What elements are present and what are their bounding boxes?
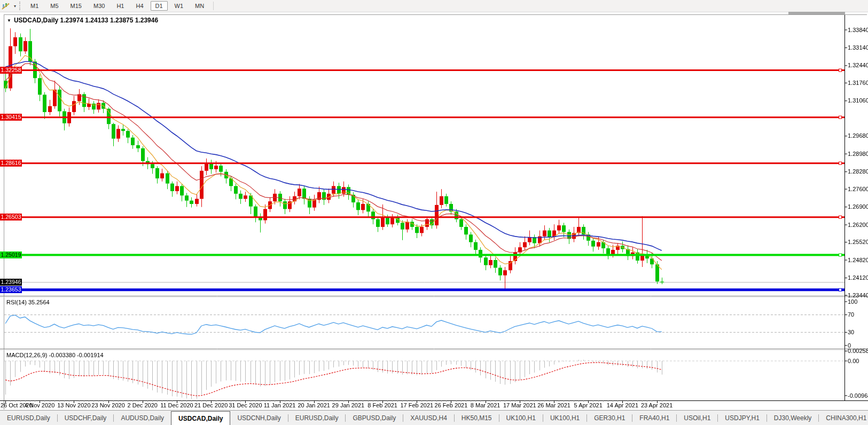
- date-axis-label: 2 Dec 2020: [128, 402, 158, 408]
- tabs-host: EURUSD,DailyUSDCHF,DailyAUDUSD,DailyUSDC…: [0, 411, 868, 425]
- price-axis-tick: 1.24120: [848, 274, 868, 281]
- timeframe-button-mn[interactable]: MN: [190, 1, 209, 11]
- symbol-tab-uk100-h1[interactable]: UK100,H1: [543, 411, 587, 425]
- rsi-axis-tick: 100: [848, 298, 857, 305]
- symbol-tab-usdchf-daily[interactable]: USDCHF,Daily: [58, 411, 114, 425]
- timeframe-button-h1[interactable]: H1: [112, 1, 129, 11]
- chart-mode-icon[interactable]: [2, 2, 10, 10]
- symbol-tab-dj30-weekly[interactable]: DJ30,Weekly: [767, 411, 818, 425]
- mt4-window: ▾ M1M5M15M30H1H4D1W1MN ▼USDCAD,Daily 1.2…: [0, 0, 868, 425]
- price-level-badge: 1.23653: [0, 286, 22, 293]
- price-axis-tick: 1.32440: [848, 62, 868, 68]
- chart-canvas[interactable]: [0, 0, 868, 425]
- symbol-tab-audusd-daily[interactable]: AUDUSD,Daily: [114, 411, 171, 425]
- date-axis-label: 11 Dec 2020: [160, 402, 193, 408]
- chart-title: ▼USDCAD,Daily 1.23974 1.24133 1.23875 1.…: [7, 17, 158, 24]
- date-axis-label: 26 Mar 2021: [537, 402, 570, 408]
- macd-indicator-label: MACD(12,26,9) -0.003380 -0.001914: [6, 352, 104, 358]
- macd-axis-tick: 0.00258: [848, 348, 868, 354]
- price-axis-tick: 1.23440: [848, 292, 868, 298]
- toolbar-separator: [213, 2, 214, 10]
- timeframe-button-m5[interactable]: M5: [45, 1, 63, 11]
- symbol-tab-usdcad-daily[interactable]: USDCAD,Daily: [171, 411, 230, 425]
- price-axis-tick: 1.27600: [848, 186, 868, 192]
- price-level-badge: 1.26503: [0, 214, 22, 221]
- timeframe-button-d1[interactable]: D1: [151, 1, 168, 11]
- price-level-badge: 1.30415: [0, 114, 22, 121]
- chart-title-text: USDCAD,Daily 1.23974 1.24133 1.23875 1.2…: [14, 17, 158, 24]
- date-axis-label: 29 Jan 2021: [332, 402, 365, 408]
- timeframe-button-m15[interactable]: M15: [66, 1, 87, 11]
- price-axis-tick: 1.28980: [848, 151, 868, 157]
- date-axis-label: 14 Apr 2021: [607, 402, 638, 408]
- symbol-tab-ger30-h1[interactable]: GER30,H1: [587, 411, 632, 425]
- rsi-axis-tick: 30: [848, 329, 854, 335]
- current-price-badge: 1.23946: [0, 279, 22, 286]
- rsi-axis-tick: 70: [848, 311, 854, 318]
- rsi-indicator-label: RSI(14) 35.2564: [6, 299, 50, 305]
- symbol-tab-usoil-h1[interactable]: USOil,H1: [677, 411, 717, 425]
- symbol-tab-gbpusd-daily[interactable]: GBPUSD,Daily: [346, 411, 403, 425]
- date-axis-label: 20 Jan 2021: [298, 402, 330, 408]
- price-axis-tick: 1.26200: [848, 222, 868, 228]
- symbol-tab-hk50-m15[interactable]: HK50,M15: [455, 411, 499, 425]
- date-axis-label: 5 Apr 2021: [574, 402, 603, 408]
- chevron-down-icon[interactable]: ▾: [14, 4, 16, 9]
- date-axis-label: 31 Dec 2020: [229, 402, 262, 408]
- timeframe-button-m1[interactable]: M1: [26, 1, 43, 11]
- date-axis-label: 8 Feb 2021: [367, 402, 397, 408]
- date-axis-label: 17 Feb 2021: [400, 402, 433, 408]
- timeframe-button-row: M1M5M15M30H1H4D1W1MN: [25, 1, 210, 11]
- price-level-badge: 1.32258: [0, 67, 22, 74]
- date-axis-label: 17 Mar 2021: [503, 402, 536, 408]
- top-toolbar: ▾ M1M5M15M30H1H4D1W1MN: [0, 0, 868, 12]
- price-axis-tick: 1.31060: [848, 97, 868, 104]
- price-axis-tick: 1.29680: [848, 132, 868, 139]
- symbol-tab-xauusd-h4[interactable]: XAUUSD,H4: [403, 411, 454, 425]
- symbol-tab-china300-h1[interactable]: CHINA300,H1: [819, 411, 868, 425]
- symbol-tab-uk100-h1[interactable]: UK100,H1: [499, 411, 543, 425]
- price-axis-tick: 1.33140: [848, 44, 868, 51]
- price-axis-tick: 1.26900: [848, 203, 868, 210]
- timeframe-button-h4[interactable]: H4: [131, 1, 148, 11]
- date-axis-label: 13 Nov 2020: [57, 402, 90, 408]
- date-axis-label: 11 Jan 2021: [264, 402, 296, 408]
- toolbar-grip-handle[interactable]: [19, 2, 20, 10]
- symbol-tab-eurusd-daily[interactable]: EURUSD,Daily: [288, 411, 346, 425]
- symbol-tab-usdcnh-daily[interactable]: USDCNH,Daily: [230, 411, 287, 425]
- date-axis-label: 4 Nov 2020: [25, 402, 54, 408]
- collapse-triangle-icon[interactable]: ▼: [7, 18, 11, 23]
- macd-axis-tick: -0.009687: [848, 392, 868, 399]
- date-axis-label: 8 Mar 2021: [471, 402, 501, 408]
- price-axis-tick: 1.33840: [848, 27, 868, 33]
- price-axis-tick: 1.25520: [848, 239, 868, 245]
- price-axis-tick: 1.24820: [848, 257, 868, 263]
- date-axis-label: 21 Dec 2020: [194, 402, 228, 408]
- macd-axis-tick: 0.00: [848, 358, 859, 364]
- price-axis-tick: 1.31760: [848, 80, 868, 86]
- date-axis-label: 23 Apr 2021: [641, 402, 672, 408]
- symbol-tab-eurusd-daily[interactable]: EURUSD,Daily: [0, 411, 57, 425]
- symbol-tab-bar: EURUSD,DailyUSDCHF,DailyAUDUSD,DailyUSDC…: [0, 410, 868, 425]
- timeframe-button-w1[interactable]: W1: [170, 1, 189, 11]
- price-level-badge: 1.28616: [0, 160, 22, 167]
- date-axis-label: 26 Feb 2021: [435, 402, 468, 408]
- symbol-tab-usdjpy-h1[interactable]: USDJPY,H1: [718, 411, 766, 425]
- price-axis-tick: 1.28280: [848, 168, 868, 175]
- timeframe-button-m30[interactable]: M30: [89, 1, 110, 11]
- symbol-tab-fra40-h1[interactable]: FRA40,H1: [632, 411, 676, 425]
- price-level-badge: 1.25019: [0, 251, 22, 258]
- date-axis-label: 23 Nov 2020: [91, 402, 124, 408]
- chart-horizontal-scrollbar[interactable]: [788, 12, 845, 14]
